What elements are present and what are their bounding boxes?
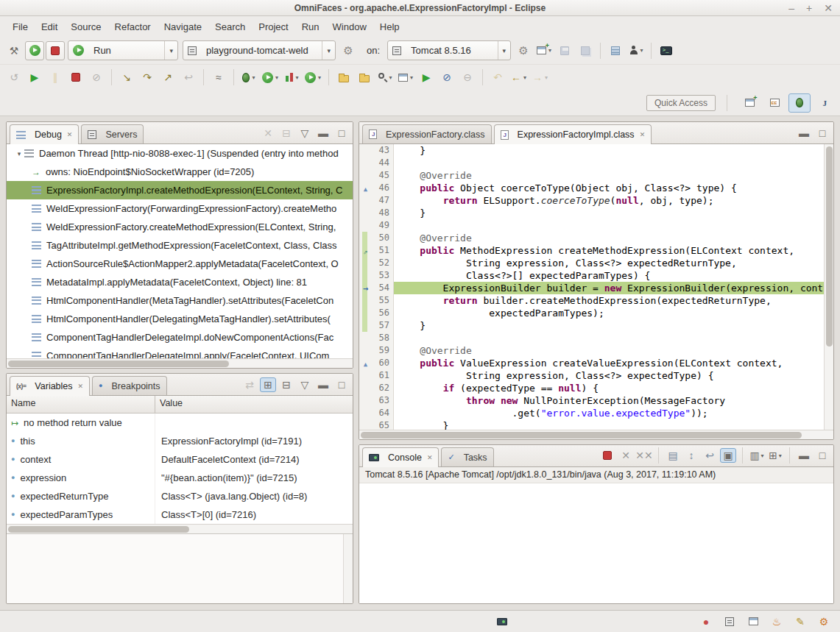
menu-search[interactable]: Search bbox=[208, 18, 252, 35]
window-trim-icon[interactable] bbox=[746, 614, 760, 629]
line-number[interactable]: 47 bbox=[372, 194, 394, 207]
variable-row[interactable]: ●contextDefaultFaceletContext (id=7214) bbox=[7, 450, 353, 469]
line-number[interactable]: 51 bbox=[372, 244, 394, 257]
user-icon[interactable]: ▾ bbox=[627, 41, 646, 60]
line-number[interactable]: 52 bbox=[372, 257, 394, 269]
scrollbar-thumb[interactable] bbox=[8, 361, 229, 367]
menu-project[interactable]: Project bbox=[252, 18, 294, 35]
line-number[interactable]: 63 bbox=[372, 394, 394, 407]
stack-frame-row[interactable]: ComponentTagHandlerDelegateImpl.apply(Fa… bbox=[7, 347, 353, 358]
terminal-icon[interactable] bbox=[657, 41, 676, 60]
column-header-name[interactable]: Name bbox=[7, 396, 155, 413]
new-wizard-icon[interactable]: ▾ bbox=[534, 41, 554, 60]
override-marker-icon[interactable]: ▲ bbox=[359, 182, 372, 194]
remove-all-launches-icon[interactable]: ✕✕ bbox=[636, 448, 652, 463]
menu-source[interactable]: Source bbox=[64, 18, 107, 35]
debug-perspective-icon[interactable] bbox=[788, 93, 811, 113]
titlebar[interactable]: OmniFaces - org.apache.el.ExpressionFact… bbox=[0, 0, 840, 16]
debug-as-dropdown[interactable]: ▾ bbox=[239, 68, 258, 87]
menu-edit[interactable]: Edit bbox=[35, 18, 64, 35]
variables-tab-breakpoints[interactable]: ●Breakpoints bbox=[92, 376, 166, 395]
collapse-all-icon[interactable]: ⊟ bbox=[278, 377, 294, 392]
close-icon[interactable]: ✕ bbox=[67, 131, 73, 138]
menu-file[interactable]: File bbox=[6, 18, 35, 35]
maximize-view-icon[interactable]: □ bbox=[814, 126, 830, 141]
editor-tab-expressionfactory-class[interactable]: ExpressionFactory.class bbox=[362, 124, 492, 143]
variable-row[interactable]: ●expectedParamTypesClass<T>[0] (id=7216) bbox=[7, 505, 353, 524]
skip-breakpoints-icon[interactable]: ⊘ bbox=[437, 68, 456, 87]
server-combo[interactable]: Tomcat 8.5.16▾ bbox=[387, 40, 511, 60]
menu-window[interactable]: Window bbox=[326, 18, 373, 35]
close-button[interactable]: ✕ bbox=[824, 3, 833, 13]
override-marker-icon[interactable]: ▲ bbox=[359, 357, 372, 369]
line-number[interactable]: 49 bbox=[372, 219, 394, 232]
server-status-icon[interactable] bbox=[722, 614, 737, 629]
line-number[interactable]: 48 bbox=[372, 207, 394, 219]
minimize-button[interactable]: – bbox=[788, 3, 794, 13]
view-menu-icon[interactable]: ▽ bbox=[297, 126, 313, 141]
run-last-icon[interactable]: ▶ bbox=[417, 68, 436, 87]
notification-icon[interactable]: ● bbox=[699, 614, 713, 629]
close-icon[interactable]: ✕ bbox=[427, 454, 433, 461]
breakpoint-marker-icon[interactable]: ⇗ bbox=[359, 244, 372, 257]
detail-vertical-scrollbar[interactable] bbox=[343, 534, 353, 603]
stack-frame-row[interactable]: TagAttributeImpl.getMethodExpression(Fac… bbox=[7, 236, 353, 255]
maximize-view-icon[interactable]: □ bbox=[333, 377, 350, 392]
step-into-icon[interactable]: ↘ bbox=[117, 68, 136, 87]
maximize-button[interactable]: + bbox=[806, 3, 812, 13]
stack-frame-row[interactable]: WeldExpressionFactory.createMethodExpres… bbox=[7, 218, 353, 236]
line-number[interactable]: 54 bbox=[372, 282, 394, 294]
start-server-icon[interactable] bbox=[25, 41, 44, 60]
line-number[interactable]: 62 bbox=[372, 382, 394, 394]
scrollbar-thumb[interactable] bbox=[361, 432, 802, 439]
pointer-marker-icon[interactable]: → bbox=[359, 282, 372, 294]
console-trim-icon[interactable] bbox=[495, 614, 509, 629]
open-perspective-icon[interactable] bbox=[738, 93, 760, 113]
display-console-dropdown[interactable]: ▥▾ bbox=[749, 448, 765, 463]
editor-horizontal-scrollbar[interactable] bbox=[359, 430, 833, 439]
editor-vertical-scrollbar[interactable] bbox=[824, 144, 833, 430]
stack-frame-row[interactable]: ComponentTagHandlerDelegateImpl.doNewCom… bbox=[7, 328, 353, 347]
view-menu-icon[interactable]: ▽ bbox=[297, 377, 313, 392]
show-view-dropdown[interactable]: ▾ bbox=[396, 68, 415, 87]
line-number[interactable]: 56 bbox=[372, 307, 394, 319]
launch-config-combo[interactable]: Run▾ bbox=[68, 40, 178, 60]
step-over-icon[interactable]: ↷ bbox=[138, 68, 157, 87]
hotspot-icon[interactable]: ♨ bbox=[769, 614, 784, 629]
variable-row[interactable]: ●thisExpressionFactoryImpl (id=7191) bbox=[7, 432, 353, 450]
close-icon[interactable]: ✕ bbox=[640, 131, 646, 138]
debug-tab-debug[interactable]: Debug✕ bbox=[10, 124, 79, 144]
open-type-icon[interactable] bbox=[334, 68, 353, 87]
line-number[interactable]: 60 bbox=[372, 357, 394, 369]
scrollbar-thumb[interactable] bbox=[8, 526, 189, 533]
line-number[interactable]: 57 bbox=[372, 319, 394, 332]
terminate-icon[interactable] bbox=[66, 68, 85, 87]
line-number[interactable]: 64 bbox=[372, 407, 394, 419]
step-filters-icon[interactable]: ≈ bbox=[209, 68, 228, 87]
line-number[interactable]: 58 bbox=[372, 332, 394, 344]
remove-launch-icon[interactable]: ✕ bbox=[618, 448, 634, 463]
console-tab-tasks[interactable]: ✓Tasks bbox=[441, 447, 493, 466]
editor-tab-expressionfactoryimpl-class[interactable]: ExpressionFactoryImpl.class✕ bbox=[494, 124, 652, 144]
preferences-icon[interactable]: ⚙ bbox=[816, 614, 831, 629]
word-wrap-icon[interactable]: ↩ bbox=[702, 448, 718, 463]
scrollbar-thumb[interactable] bbox=[826, 146, 833, 347]
console-output[interactable] bbox=[359, 483, 833, 603]
back-icon[interactable]: ←▾ bbox=[509, 68, 529, 87]
line-number[interactable]: 50 bbox=[372, 232, 394, 244]
minimize-view-icon[interactable]: ▬ bbox=[796, 126, 812, 141]
line-number[interactable]: 44 bbox=[372, 157, 394, 169]
stack-frame-row[interactable]: ExpressionFactoryImpl.createMethodExpres… bbox=[7, 181, 353, 199]
show-logical-structure-icon[interactable]: ⊞ bbox=[260, 377, 276, 392]
line-number[interactable]: 45 bbox=[372, 169, 394, 182]
line-number[interactable]: 46 bbox=[372, 182, 394, 194]
menu-help[interactable]: Help bbox=[373, 18, 406, 35]
variables-horizontal-scrollbar[interactable] bbox=[7, 524, 353, 533]
java-perspective-icon[interactable] bbox=[813, 93, 836, 113]
close-icon[interactable]: ✕ bbox=[78, 383, 84, 390]
open-console-dropdown[interactable]: ⊞▾ bbox=[767, 448, 783, 463]
line-number[interactable]: 65 bbox=[372, 419, 394, 430]
variable-row[interactable]: ●expectedReturnTypeClass<T> (java.lang.O… bbox=[7, 487, 353, 505]
step-return-icon[interactable]: ↗ bbox=[158, 68, 177, 87]
line-number[interactable]: 61 bbox=[372, 369, 394, 382]
